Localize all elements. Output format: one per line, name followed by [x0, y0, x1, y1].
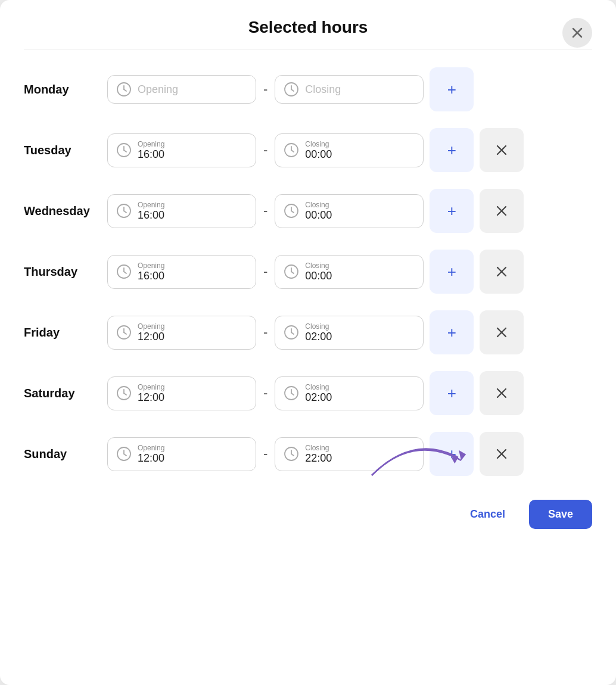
day-label-tuesday: Tuesday	[24, 144, 101, 157]
opening-value: 16:00	[138, 148, 164, 161]
remove-slot-button-thursday[interactable]	[480, 250, 524, 294]
day-label-sunday: Sunday	[24, 447, 101, 461]
closing-input-monday[interactable]: Closing	[275, 75, 424, 104]
opening-time-content: Opening 16:00	[138, 201, 164, 222]
time-separator: -	[262, 203, 269, 219]
svg-line-42	[124, 393, 126, 395]
x-icon	[496, 144, 508, 156]
svg-line-45	[291, 393, 294, 395]
closing-time-content: Closing 00:00	[305, 261, 332, 282]
svg-line-10	[124, 150, 126, 152]
svg-line-50	[124, 454, 126, 456]
clock-icon	[284, 385, 299, 401]
closing-value: 00:00	[305, 209, 332, 222]
svg-line-21	[291, 211, 294, 213]
clock-icon	[116, 446, 132, 462]
closing-placeholder: Closing	[305, 83, 341, 96]
opening-input-friday[interactable]: Opening 12:00	[107, 316, 256, 350]
time-separator: -	[262, 264, 269, 279]
remove-slot-button-wednesday[interactable]	[480, 189, 524, 233]
svg-line-26	[124, 272, 126, 273]
time-separator: -	[262, 325, 269, 340]
svg-line-18	[124, 211, 126, 213]
svg-line-37	[291, 332, 294, 334]
svg-line-4	[124, 89, 126, 91]
close-button[interactable]	[562, 18, 592, 48]
closing-input-wednesday[interactable]: Closing 00:00	[275, 194, 424, 228]
clock-icon	[284, 325, 299, 340]
remove-slot-button-tuesday[interactable]	[480, 128, 524, 172]
schedule-row: Monday Opening - Closing +	[24, 61, 592, 117]
opening-input-monday[interactable]: Opening	[107, 75, 256, 104]
remove-slot-button-sunday[interactable]	[480, 432, 524, 476]
schedule-row: Thursday Opening 16:00 - Closing 00:00 +	[24, 244, 592, 300]
opening-value: 16:00	[138, 209, 164, 222]
plus-icon: +	[447, 141, 456, 160]
day-label-wednesday: Wednesday	[24, 204, 101, 218]
clock-icon	[116, 264, 132, 279]
add-slot-button-wednesday[interactable]: +	[430, 189, 474, 233]
svg-line-7	[291, 89, 294, 91]
x-icon	[496, 326, 508, 338]
closing-label: Closing	[305, 201, 332, 209]
opening-label: Opening	[138, 261, 164, 270]
closing-time-content: Closing 22:00	[305, 444, 332, 465]
opening-input-wednesday[interactable]: Opening 16:00	[107, 194, 256, 228]
schedule-row: Wednesday Opening 16:00 - Closing 00:00	[24, 183, 592, 239]
closing-value: 02:00	[305, 331, 332, 343]
closing-input-thursday[interactable]: Closing 00:00	[275, 255, 424, 289]
clock-icon	[116, 325, 132, 340]
add-slot-button-sunday[interactable]: +	[430, 432, 474, 476]
closing-label: Closing	[305, 322, 332, 331]
closing-input-saturday[interactable]: Closing 02:00	[275, 376, 424, 410]
modal-header: Selected hours	[24, 18, 592, 49]
opening-label: Opening	[138, 383, 164, 391]
x-icon	[496, 266, 508, 278]
opening-value: 12:00	[138, 452, 164, 465]
x-icon	[496, 448, 508, 460]
closing-time-content: Closing	[305, 83, 341, 96]
schedule-row: Sunday Opening 12:00 - Closing 22:00 +	[24, 426, 592, 482]
plus-icon: +	[447, 263, 456, 281]
remove-slot-button-saturday[interactable]	[480, 371, 524, 415]
closing-value: 00:00	[305, 270, 332, 282]
cancel-button[interactable]: Cancel	[456, 500, 519, 529]
time-separator: -	[262, 142, 269, 158]
opening-value: 16:00	[138, 270, 164, 282]
add-slot-button-tuesday[interactable]: +	[430, 128, 474, 172]
opening-input-thursday[interactable]: Opening 16:00	[107, 255, 256, 289]
closing-input-sunday[interactable]: Closing 22:00	[275, 437, 424, 471]
plus-icon: +	[447, 445, 456, 463]
opening-input-tuesday[interactable]: Opening 16:00	[107, 133, 256, 167]
plus-icon: +	[447, 323, 456, 342]
add-slot-button-thursday[interactable]: +	[430, 250, 474, 294]
opening-label: Opening	[138, 322, 164, 331]
selected-hours-modal: Selected hours Monday Opening -	[0, 0, 616, 685]
opening-input-sunday[interactable]: Opening 12:00	[107, 437, 256, 471]
svg-line-29	[291, 272, 294, 273]
clock-icon	[116, 203, 132, 219]
time-separator: -	[262, 82, 269, 97]
footer: Cancel Save	[24, 500, 592, 529]
add-slot-button-saturday[interactable]: +	[430, 371, 474, 415]
closing-input-tuesday[interactable]: Closing 00:00	[275, 133, 424, 167]
closing-label: Closing	[305, 140, 332, 148]
day-label-thursday: Thursday	[24, 265, 101, 279]
close-icon	[572, 27, 583, 38]
schedule-row: Saturday Opening 12:00 - Closing 02:00 +	[24, 365, 592, 421]
opening-time-content: Opening 12:00	[138, 444, 164, 465]
opening-input-saturday[interactable]: Opening 12:00	[107, 376, 256, 410]
opening-label: Opening	[138, 444, 164, 452]
closing-value: 00:00	[305, 148, 332, 161]
add-slot-button-monday[interactable]: +	[430, 67, 474, 111]
opening-value: 12:00	[138, 391, 164, 404]
clock-icon	[116, 82, 132, 97]
add-slot-button-friday[interactable]: +	[430, 310, 474, 354]
closing-input-friday[interactable]: Closing 02:00	[275, 316, 424, 350]
remove-slot-button-friday[interactable]	[480, 310, 524, 354]
save-button[interactable]: Save	[529, 500, 592, 529]
closing-time-content: Closing 00:00	[305, 201, 332, 222]
closing-value: 22:00	[305, 452, 332, 465]
opening-label: Opening	[138, 140, 164, 148]
clock-icon	[284, 264, 299, 279]
